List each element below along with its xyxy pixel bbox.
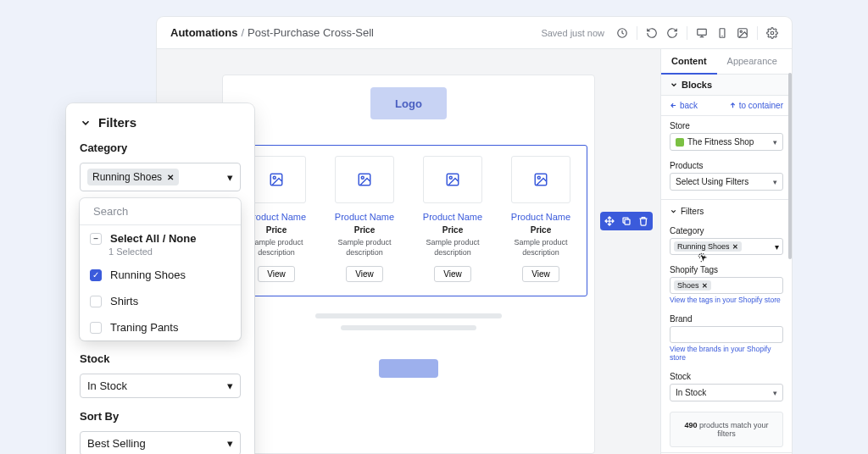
products-label: Products [670, 161, 783, 170]
stock-select[interactable]: In Stock ▾ [670, 384, 783, 401]
move-icon[interactable] [603, 214, 616, 228]
products-select[interactable]: Select Using Filters ▾ [670, 173, 783, 191]
store-icon [676, 138, 684, 147]
image-icon [247, 156, 306, 203]
popover-title: Filters [98, 115, 136, 130]
tags-help-link[interactable]: View the tags in your Shopify store [670, 296, 783, 304]
products-block[interactable]: Product Name Price Sample product descri… [230, 145, 587, 296]
svg-point-4 [740, 30, 742, 32]
brand-input[interactable] [670, 326, 783, 343]
product-name: Product Name [511, 212, 570, 222]
tab-content[interactable]: Content [661, 49, 717, 75]
view-button[interactable]: View [258, 266, 295, 282]
product-card: Product Name Price Sample product descri… [326, 156, 403, 282]
delete-icon[interactable] [637, 214, 650, 228]
tab-appearance[interactable]: Appearance [717, 49, 787, 74]
logo-placeholder[interactable]: Logo [370, 87, 447, 119]
blocks-label: Blocks [682, 80, 712, 90]
field-category: Category Running Shoes✕ ▾ [661, 221, 792, 260]
product-card: Product Name Price Sample product descri… [414, 156, 492, 282]
svg-point-8 [273, 176, 275, 179]
breadcrumb: Automations / Post-Purchase Cross-Sell [170, 26, 374, 39]
nav-back[interactable]: back [670, 101, 698, 110]
store-select[interactable]: The Fitness Shop ▾ [670, 133, 783, 151]
product-name: Product Name [423, 212, 482, 222]
chevron-down-icon: ▾ [227, 437, 233, 450]
breadcrumb-root[interactable]: Automations [170, 26, 237, 39]
desktop-preview-icon[interactable] [696, 27, 708, 39]
block-toolbar [600, 212, 653, 230]
chevron-down-icon [670, 208, 677, 215]
svg-point-14 [537, 176, 540, 179]
chevron-down-icon [670, 80, 678, 89]
image-icon [335, 156, 394, 203]
chevron-down-icon: ▾ [773, 178, 777, 186]
sortby-label: Sort By [80, 410, 241, 423]
remove-chip-icon[interactable]: ✕ [167, 173, 174, 182]
checkbox-indeterminate-icon: – [90, 233, 102, 245]
product-name: Product Name [335, 212, 394, 222]
dropdown-search[interactable] [80, 198, 241, 225]
block-nav: back to container [661, 96, 792, 116]
product-name: Product Name [247, 212, 306, 222]
scrollbar[interactable] [788, 73, 792, 454]
blocks-header[interactable]: Blocks [661, 75, 792, 96]
option-training-pants[interactable]: Traning Pants [80, 314, 241, 340]
remove-chip-icon[interactable]: ✕ [702, 282, 708, 290]
cta-placeholder[interactable] [379, 359, 438, 378]
tag-chip[interactable]: Shoes✕ [674, 280, 711, 291]
breadcrumb-leaf: Post-Purchase Cross-Sell [248, 26, 374, 39]
chevron-down-icon: ▾ [773, 138, 777, 147]
category-select[interactable]: Running Shoes✕ ▾ [80, 163, 241, 191]
filters-header[interactable]: Filters [661, 199, 792, 221]
brand-label: Brand [670, 314, 783, 324]
category-chip[interactable]: Running Shoes✕ [674, 241, 742, 252]
store-label: Store [670, 121, 783, 130]
category-input[interactable]: Running Shoes✕ ▾ [670, 238, 783, 255]
history-icon[interactable] [616, 27, 628, 39]
nav-to-container[interactable]: to container [729, 101, 783, 110]
undo-icon[interactable] [646, 27, 658, 39]
mobile-preview-icon[interactable] [716, 27, 728, 39]
category-label: Category [80, 141, 241, 154]
skeleton-line [341, 325, 476, 330]
gear-icon[interactable] [766, 27, 778, 39]
option-shirts[interactable]: Shirts [80, 288, 241, 314]
sortby-select[interactable]: Best Selling ▾ [80, 431, 241, 454]
saved-indicator: Saved just now [541, 28, 604, 38]
image-icon [511, 156, 570, 203]
checkbox-unchecked-icon [90, 322, 102, 334]
remove-chip-icon[interactable]: ✕ [732, 243, 738, 251]
category-chip[interactable]: Running Shoes✕ [87, 169, 179, 185]
brand-help-link[interactable]: View the brands in your Shopify store [670, 345, 783, 362]
email-preview: Logo Product Name Price Sample product d… [222, 75, 595, 454]
match-info: 490 products match your filters [670, 412, 783, 447]
chevron-down-icon: ▾ [227, 379, 233, 392]
separator [687, 26, 687, 40]
view-button[interactable]: View [434, 266, 471, 282]
search-input[interactable] [93, 205, 236, 218]
view-button[interactable]: View [346, 266, 383, 282]
popover-title-row[interactable]: Filters [80, 115, 241, 130]
field-tags: Shopify Tags Shoes✕ View the tags in you… [661, 260, 792, 309]
panel-tabs: Content Appearance [661, 49, 792, 75]
redo-icon[interactable] [666, 27, 678, 39]
image-icon[interactable] [737, 27, 748, 39]
svg-point-5 [771, 31, 774, 35]
duplicate-icon[interactable] [620, 214, 633, 228]
category-label: Category [670, 226, 783, 235]
chevron-down-icon [80, 117, 92, 129]
svg-rect-6 [625, 219, 630, 224]
right-panel: Content Appearance Blocks back to contai… [660, 49, 792, 454]
category-dropdown: – Select All / None 1 Selected ✓ Running… [80, 198, 241, 340]
chevron-down-icon: ▾ [775, 242, 779, 252]
product-card: Product Name Price Sample product descri… [502, 156, 580, 282]
option-running-shoes[interactable]: ✓ Running Shoes [80, 262, 241, 288]
product-description: Sample product description [414, 238, 492, 257]
stock-select[interactable]: In Stock ▾ [80, 374, 241, 398]
breadcrumb-separator: / [241, 26, 244, 39]
tags-input[interactable]: Shoes✕ [670, 277, 783, 294]
view-button[interactable]: View [522, 266, 559, 282]
chevron-down-icon: ▾ [227, 171, 233, 184]
topbar: Automations / Post-Purchase Cross-Sell S… [157, 17, 792, 49]
